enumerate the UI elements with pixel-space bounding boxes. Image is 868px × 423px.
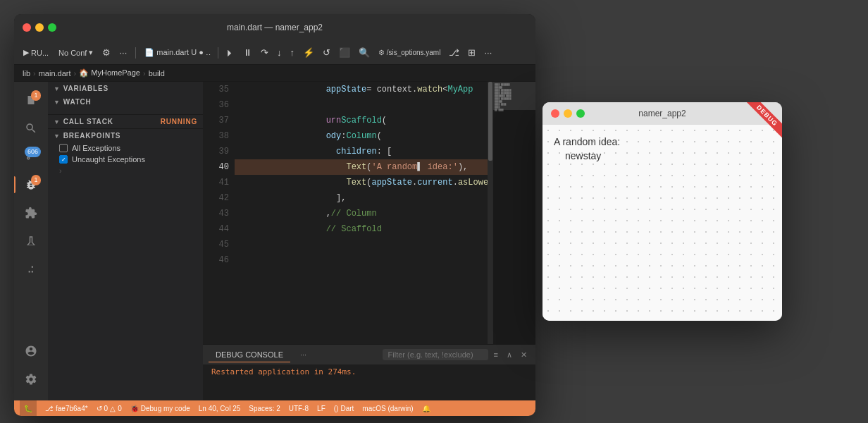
status-language[interactable]: () Dart (334, 405, 354, 412)
panel-content: Restarted application in 274ms. (203, 364, 535, 400)
filter-input[interactable] (383, 349, 488, 360)
step-over-btn[interactable]: ↷ (258, 46, 271, 59)
minimize-button[interactable] (35, 23, 44, 32)
breadcrumb-build[interactable]: build (149, 69, 165, 78)
restart-btn[interactable]: ↺ (320, 46, 333, 59)
status-bar: 🐛 ⎇ fae7b6a4* ↺ 0 △ 0 🐞 Debug my code Ln… (14, 400, 535, 416)
line-numbers: 35 36 37 38 39 40 41 42 43 44 45 46 (203, 82, 235, 344)
breakpoint-all-exceptions[interactable]: All Exceptions (48, 142, 203, 154)
pause-btn[interactable]: ⏸ (240, 46, 255, 59)
bottom-panel: DEBUG CONSOLE ··· ≡ ∧ ✕ Restarted applic… (203, 344, 535, 400)
settings-icon[interactable]: ⚙ (99, 46, 113, 59)
app-text-sub: newstay (565, 150, 771, 161)
split-editor-btn[interactable]: ⊞ (465, 46, 478, 59)
breadcrumb-lib[interactable]: lib (23, 69, 30, 78)
code-line-35: appState = context.watch<MyApp (235, 82, 488, 97)
status-errors[interactable]: ↺ 0 △ 0 (97, 405, 122, 412)
config-file-btn[interactable]: ⚙ /sis_options.yaml (376, 47, 443, 58)
breadcrumb-sep-1: › (33, 69, 36, 78)
chevron-down-icon: ▾ (89, 48, 93, 57)
uncaught-exceptions-checkbox[interactable] (59, 155, 68, 164)
debug-console-tab[interactable]: DEBUG CONSOLE (209, 348, 290, 362)
window-title: main.dart — namer_app2 (227, 23, 323, 32)
stop-btn[interactable]: ⬛ (336, 46, 353, 59)
run-button[interactable]: ▶ RU... (20, 47, 52, 59)
app-traffic-lights (551, 109, 585, 118)
panel-tabs: DEBUG CONSOLE ··· ≡ ∧ ✕ (203, 345, 535, 364)
more-btn2[interactable]: ··· (481, 46, 495, 59)
code-container[interactable]: 35 36 37 38 39 40 41 42 43 44 45 46 (203, 82, 493, 344)
branch-btn[interactable]: ⎇ (446, 46, 462, 59)
app-minimize-btn[interactable] (564, 109, 572, 118)
variables-header[interactable]: ▼ VARIABLES (48, 82, 203, 95)
breadcrumb-main-dart[interactable]: main.dart (39, 69, 71, 78)
app-close-btn[interactable] (551, 109, 559, 118)
watch-section: ▼ WATCH (48, 95, 203, 115)
app-window-title: namer_app2 (638, 109, 686, 118)
status-line-ending[interactable]: LF (317, 405, 326, 412)
status-position[interactable]: Ln 40, Col 25 (199, 405, 241, 412)
watch-chevron: ▼ (54, 99, 61, 106)
debug-ribbon: DEBUG (745, 102, 782, 138)
app-maximize-btn[interactable] (576, 109, 585, 118)
hot-reload-btn[interactable]: ⚡ (300, 46, 317, 59)
step-into-btn[interactable]: ↓ (274, 46, 285, 59)
breakpoints-section: ▼ BREAKPOINTS All Exceptions Uncaught Ex… (48, 129, 203, 400)
app-content: A random idea: newstay (542, 125, 782, 321)
status-spaces[interactable]: Spaces: 2 (249, 405, 280, 412)
activity-flask[interactable] (18, 228, 44, 254)
close-button[interactable] (23, 23, 31, 32)
debug-bug-icon: 🐞 (130, 405, 139, 412)
activity-account[interactable] (18, 338, 44, 364)
minimap-content: ████ ███████ ██████ ████ ████████ ████ █… (493, 82, 535, 113)
git-branch-icon: ⎇ (45, 405, 54, 412)
status-encoding[interactable]: UTF-8 (289, 405, 309, 412)
vertical-scrollbar[interactable] (488, 82, 493, 344)
status-os[interactable]: macOS (darwin) (362, 405, 413, 412)
debug-icon: 🐛 (24, 405, 32, 412)
callstack-status: Running (161, 118, 197, 125)
variables-chevron: ▼ (54, 85, 61, 92)
callstack-header[interactable]: ▼ CALL STACK Running (48, 115, 203, 128)
scroll-lock-btn[interactable]: ∧ (504, 349, 515, 361)
file-tab-main[interactable]: 📄 main.dart U ● ‥ (142, 47, 213, 59)
panel-actions: ≡ ∧ ✕ (383, 349, 530, 361)
status-notifications[interactable]: 🔔 (422, 405, 430, 412)
error-icon: ↺ (97, 405, 102, 412)
activity-search[interactable] (18, 116, 44, 141)
breakpoints-chevron: ▼ (54, 133, 61, 140)
breakpoint-expand[interactable]: › (48, 165, 203, 176)
panel-more-tab[interactable]: ··· (293, 348, 314, 362)
breakpoint-uncaught-exceptions[interactable]: Uncaught Exceptions (48, 154, 203, 165)
continue-btn[interactable]: ⏵ (223, 46, 237, 59)
scrollbar-thumb[interactable] (488, 82, 492, 161)
search-btn[interactable]: 🔍 (356, 46, 373, 59)
activity-git[interactable] (18, 257, 44, 282)
breadcrumb-myhomepage[interactable]: 🏠 MyHomePage (79, 68, 140, 78)
wrap-output-btn[interactable]: ≡ (491, 349, 501, 360)
status-debug-label[interactable]: 🐞 Debug my code (130, 405, 190, 412)
activity-settings[interactable] (18, 367, 44, 392)
callstack-chevron: ▼ (54, 118, 61, 125)
vscode-window: main.dart — namer_app2 ▶ RU... No Conf ▾… (14, 14, 535, 416)
breadcrumb-sep-3: › (143, 69, 146, 78)
breakpoints-header[interactable]: ▼ BREAKPOINTS (48, 129, 203, 142)
code-line-46 (235, 252, 488, 268)
activity-extensions[interactable] (18, 200, 44, 226)
more-icon[interactable]: ··· (116, 46, 130, 59)
toolbar-divider (135, 47, 136, 59)
maximize-button[interactable] (48, 23, 56, 32)
close-panel-btn[interactable]: ✕ (518, 349, 530, 361)
watch-header[interactable]: ▼ WATCH (48, 95, 203, 109)
step-out-btn[interactable]: ↑ (287, 46, 297, 59)
status-debug-icon[interactable]: 🐛 (20, 400, 37, 416)
activity-debug[interactable]: 1 (18, 172, 44, 197)
app-text-main: A random idea: (554, 136, 771, 147)
status-branch[interactable]: ⎇ fae7b6a4* (45, 405, 88, 412)
activity-source-control[interactable]: 606 (18, 144, 44, 169)
all-exceptions-checkbox[interactable] (59, 144, 68, 152)
app-content-inner: A random idea: newstay (554, 136, 771, 161)
variables-section: ▼ VARIABLES (48, 82, 203, 95)
activity-explorer[interactable]: 1 (18, 87, 44, 113)
no-conf-button[interactable]: No Conf ▾ (55, 47, 97, 59)
